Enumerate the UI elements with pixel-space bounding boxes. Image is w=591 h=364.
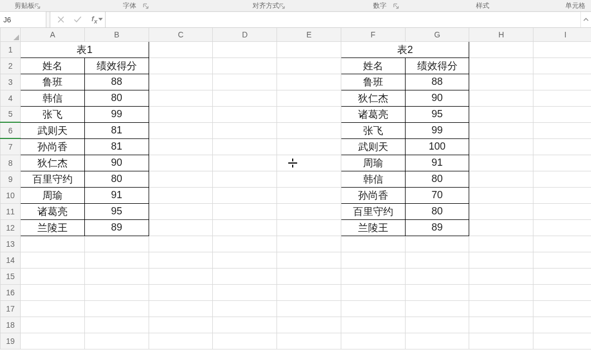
cell[interactable]: 91 <box>84 187 149 203</box>
cell[interactable] <box>469 268 533 284</box>
cell[interactable] <box>469 300 533 317</box>
cell[interactable] <box>149 106 213 122</box>
formula-bar-expand-button[interactable] <box>580 12 591 27</box>
row-header[interactable]: 4 <box>1 90 21 106</box>
row-header[interactable]: 8 <box>1 155 21 171</box>
cell[interactable] <box>405 252 469 268</box>
cell[interactable] <box>405 268 469 284</box>
cell[interactable]: 诸葛亮 <box>21 203 85 219</box>
cell[interactable]: 88 <box>84 74 149 90</box>
spreadsheet-grid[interactable]: ABCDEFGHI 1表1表22姓名绩效得分姓名绩效得分3鲁班88鲁班884韩信… <box>0 28 591 364</box>
cell[interactable] <box>469 284 533 300</box>
cell[interactable] <box>84 333 149 349</box>
cell[interactable] <box>341 284 405 300</box>
cell[interactable]: 鲁班 <box>341 74 405 90</box>
cell[interactable]: 80 <box>405 203 469 219</box>
cell[interactable] <box>277 236 341 252</box>
cell[interactable] <box>149 268 213 284</box>
column-header[interactable]: D <box>213 28 277 41</box>
cell[interactable] <box>533 236 591 252</box>
row-header[interactable]: 10 <box>1 187 21 203</box>
row-header[interactable]: 2 <box>1 58 21 74</box>
cell[interactable] <box>213 41 277 58</box>
column-header[interactable]: H <box>469 28 533 41</box>
row-header[interactable]: 6 <box>1 122 21 138</box>
cell[interactable] <box>277 300 341 317</box>
dialog-launcher-button[interactable] <box>279 3 286 10</box>
cell[interactable] <box>149 219 213 236</box>
cell[interactable] <box>149 187 213 203</box>
cell[interactable]: 武则天 <box>341 138 405 155</box>
row-header[interactable]: 5 <box>1 106 21 122</box>
row-header[interactable]: 17 <box>1 300 21 317</box>
row-header[interactable]: 9 <box>1 171 21 187</box>
row-header[interactable]: 12 <box>1 219 21 236</box>
cell[interactable] <box>213 219 277 236</box>
cell[interactable] <box>277 284 341 300</box>
cell[interactable] <box>149 333 213 349</box>
cell[interactable]: 99 <box>405 122 469 138</box>
cell[interactable] <box>149 171 213 187</box>
cell[interactable] <box>213 187 277 203</box>
cell[interactable] <box>84 268 149 284</box>
cell[interactable] <box>213 106 277 122</box>
cell[interactable]: 95 <box>84 203 149 219</box>
cell[interactable] <box>341 236 405 252</box>
cell[interactable]: 周瑜 <box>21 187 85 203</box>
cell[interactable] <box>469 171 533 187</box>
cell[interactable] <box>405 317 469 333</box>
cell[interactable] <box>21 317 85 333</box>
cell[interactable] <box>213 90 277 106</box>
name-box[interactable] <box>0 12 46 27</box>
dialog-launcher-button[interactable] <box>35 3 41 10</box>
cell[interactable] <box>469 252 533 268</box>
cell[interactable] <box>84 236 149 252</box>
cell[interactable]: 81 <box>84 122 149 138</box>
cell[interactable]: 81 <box>84 138 149 155</box>
cell[interactable] <box>277 219 341 236</box>
cell[interactable] <box>533 300 591 317</box>
cell[interactable] <box>277 74 341 90</box>
cell[interactable]: 周瑜 <box>341 155 405 171</box>
cell[interactable] <box>277 138 341 155</box>
cell[interactable] <box>277 333 341 349</box>
row-header[interactable]: 11 <box>1 203 21 219</box>
cell[interactable] <box>149 138 213 155</box>
cell[interactable] <box>84 284 149 300</box>
cell[interactable] <box>21 284 85 300</box>
cell[interactable]: 狄仁杰 <box>341 90 405 106</box>
cell[interactable] <box>149 90 213 106</box>
cell[interactable] <box>213 268 277 284</box>
cell[interactable]: 99 <box>84 106 149 122</box>
cell[interactable] <box>533 74 591 90</box>
cell[interactable] <box>405 236 469 252</box>
cell[interactable] <box>84 317 149 333</box>
cell[interactable] <box>277 187 341 203</box>
cell[interactable] <box>533 333 591 349</box>
cell[interactable]: 韩信 <box>21 90 85 106</box>
cell[interactable] <box>213 252 277 268</box>
cell[interactable] <box>213 138 277 155</box>
cell[interactable] <box>149 41 213 58</box>
column-header[interactable]: B <box>84 28 149 41</box>
row-header[interactable]: 13 <box>1 236 21 252</box>
formula-input[interactable] <box>106 12 580 27</box>
cell[interactable]: 95 <box>405 106 469 122</box>
column-header[interactable]: C <box>149 28 213 41</box>
cell[interactable]: 80 <box>84 90 149 106</box>
cell[interactable] <box>213 284 277 300</box>
cell[interactable] <box>469 317 533 333</box>
cell[interactable]: 表2 <box>341 41 469 58</box>
cell[interactable] <box>277 268 341 284</box>
cell[interactable]: 89 <box>84 219 149 236</box>
cell[interactable] <box>213 236 277 252</box>
row-header[interactable]: 15 <box>1 268 21 284</box>
row-header[interactable]: 18 <box>1 317 21 333</box>
cell[interactable] <box>533 268 591 284</box>
cell[interactable]: 韩信 <box>341 171 405 187</box>
cell[interactable] <box>533 106 591 122</box>
name-box-input[interactable] <box>2 15 98 25</box>
column-header[interactable]: I <box>533 28 591 41</box>
cell[interactable]: 90 <box>84 155 149 171</box>
cell[interactable] <box>341 252 405 268</box>
